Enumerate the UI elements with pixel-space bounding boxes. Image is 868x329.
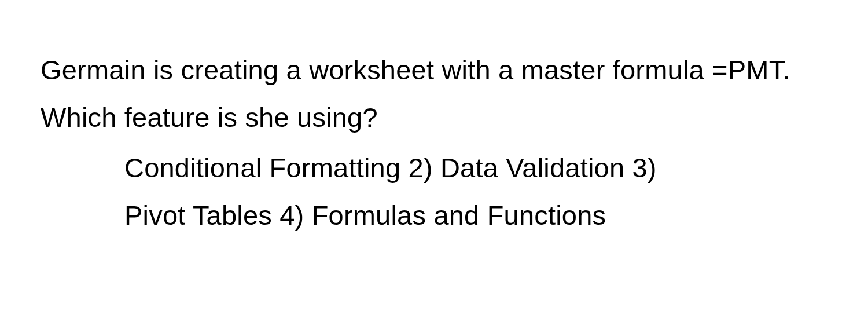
answer-options: Conditional Formatting 2) Data Validatio… [41,144,827,240]
options-line-2: Pivot Tables 4) Formulas and Functions [124,192,827,239]
question-prompt: Germain is creating a worksheet with a m… [41,46,827,142]
options-line-1: Conditional Formatting 2) Data Validatio… [124,144,827,192]
